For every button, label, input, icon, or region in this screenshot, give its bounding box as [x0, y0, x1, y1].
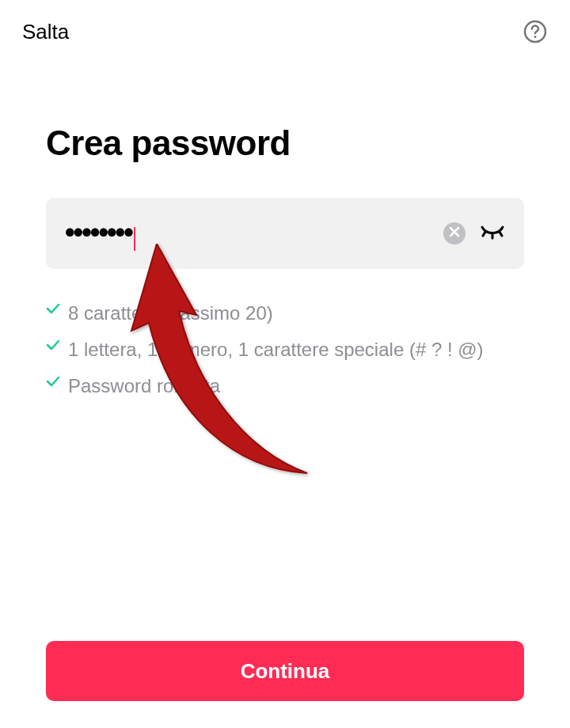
- check-icon: [46, 339, 60, 355]
- requirement-item: 8 caratteri (massimo 20): [46, 299, 524, 328]
- requirement-item: Password robusta: [46, 372, 524, 400]
- toggle-visibility-button[interactable]: [480, 224, 505, 243]
- password-input[interactable]: ••••••••: [65, 216, 135, 251]
- requirement-item: 1 lettera, 1 numero, 1 carattere special…: [46, 336, 524, 364]
- header: Salta: [0, 0, 570, 44]
- check-icon: [46, 302, 60, 318]
- check-icon: [46, 375, 60, 391]
- requirement-text: 1 lettera, 1 numero, 1 carattere special…: [68, 336, 484, 364]
- skip-link[interactable]: Salta: [22, 20, 69, 44]
- requirement-text: 8 caratteri (massimo 20): [68, 299, 273, 328]
- password-requirements: 8 caratteri (massimo 20) 1 lettera, 1 nu…: [46, 299, 524, 400]
- continue-button[interactable]: Continua: [46, 641, 524, 701]
- svg-line-4: [500, 232, 502, 236]
- text-caret: [134, 227, 135, 251]
- svg-line-2: [483, 232, 485, 236]
- help-icon[interactable]: [522, 19, 548, 44]
- password-input-wrapper[interactable]: ••••••••: [46, 198, 524, 269]
- content-area: Crea password ••••••••: [0, 123, 570, 400]
- clear-button[interactable]: [443, 222, 466, 245]
- eye-closed-icon: [480, 224, 505, 243]
- page-title: Crea password: [46, 123, 524, 163]
- svg-point-1: [534, 36, 537, 38]
- password-masked: ••••••••: [65, 216, 132, 248]
- requirement-text: Password robusta: [68, 372, 220, 400]
- close-icon: [449, 226, 460, 241]
